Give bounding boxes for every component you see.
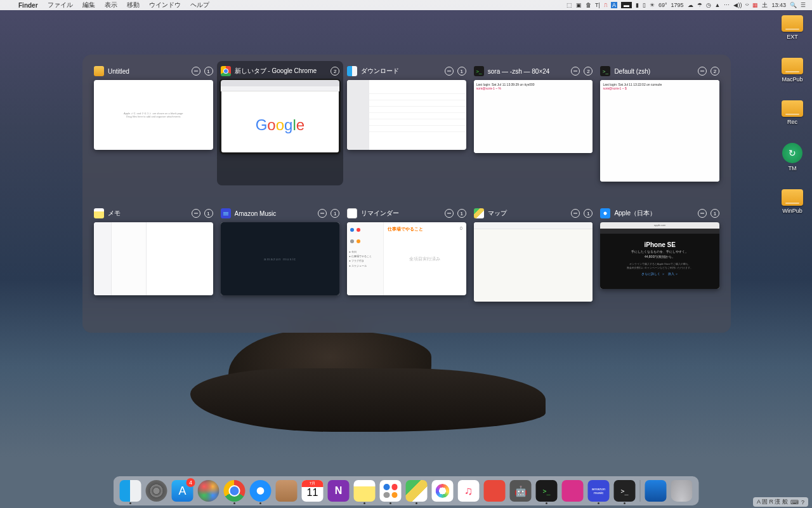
window-thumb[interactable]	[474, 222, 593, 302]
trash-icon[interactable]: 🗑	[586, 2, 591, 8]
heartbeat-icon[interactable]: ⎍	[604, 2, 607, 8]
close-icon[interactable]	[192, 209, 200, 218]
dock-launchpad[interactable]	[198, 480, 219, 502]
time-label[interactable]: 13:43	[771, 2, 786, 8]
dropbox-icon[interactable]: ⬚	[566, 2, 572, 8]
iterm-icon: >_	[600, 66, 610, 76]
battery1-icon[interactable]: ▮	[636, 2, 639, 8]
spotlight-icon[interactable]: 🔍	[790, 2, 797, 8]
menu-file[interactable]: ファイル	[44, 1, 77, 10]
sound-icon[interactable]: ◀))	[733, 2, 742, 8]
close-icon[interactable]	[571, 67, 580, 76]
dock-amazon-music[interactable]: amazonmusic	[588, 480, 610, 502]
mc-item-reminders[interactable]: リマインダー 1 ● 今日● 仕事場でやること● フラグ付き● スケジュール 仕…	[347, 207, 466, 302]
dock-photos[interactable]	[432, 480, 454, 502]
text-icon[interactable]: T|	[595, 2, 600, 8]
wifi-icon[interactable]: ⌔	[745, 2, 749, 8]
day-label[interactable]: 土	[762, 1, 768, 10]
timemachine-icon: ↻	[782, 143, 802, 163]
drive-winpub[interactable]: WinPub	[782, 189, 803, 214]
dock-notes[interactable]	[354, 480, 376, 502]
dock-iterm[interactable]: >_	[536, 480, 558, 502]
calendar-icon[interactable]: ▦	[752, 2, 758, 8]
user-icon[interactable]: ▲	[715, 2, 721, 8]
drive-ext[interactable]: EXT	[782, 15, 803, 40]
dock-calendar[interactable]: 7月11	[302, 480, 324, 502]
mc-item-iterm[interactable]: >_ Default (zsh) 2 Last login: Sat Jul 1…	[600, 65, 719, 182]
umbrella-icon[interactable]: ☂	[697, 2, 702, 8]
dock-onenote[interactable]: N	[328, 480, 350, 502]
cloud-icon[interactable]: ☁	[688, 2, 693, 8]
close-icon[interactable]	[445, 67, 454, 76]
dock-chrome[interactable]	[224, 480, 246, 502]
window-count-badge: 2	[710, 67, 719, 76]
close-icon[interactable]	[698, 67, 707, 76]
close-icon[interactable]	[698, 209, 707, 218]
close-icon[interactable]	[445, 209, 454, 218]
window-thumb[interactable]: Google	[221, 80, 340, 153]
mc-item-amazon[interactable]: Amazon Music 1 amazon music	[221, 207, 340, 302]
terminal-icon: >_	[474, 66, 484, 76]
disk-icon[interactable]: ▬	[621, 2, 632, 8]
dock-flamingo[interactable]	[562, 480, 584, 502]
dock-todoist[interactable]	[484, 480, 506, 502]
mc-item-terminal[interactable]: >_ sora — -zsh — 80×24 2 Last login: Sat…	[474, 65, 593, 182]
mc-item-safari[interactable]: Apple（日本） 1 apple.com iPhone SE 手にしたくなるも…	[600, 207, 719, 302]
dock: A4 7月11 N ♫ 🤖 >_ amazonmusic >_	[114, 476, 699, 505]
amazon-music-icon	[221, 208, 231, 218]
app-icon	[94, 66, 104, 76]
drive-rec[interactable]: Rec	[782, 100, 803, 125]
window-thumb[interactable]: Last login: Sat Jul 11 13:22:02 on conso…	[600, 80, 719, 182]
menu-edit[interactable]: 編集	[79, 1, 99, 10]
input-mode-indicator[interactable]: A 固 R 漢 般 ⌨ ?	[753, 497, 808, 507]
dock-anydesk[interactable]	[645, 480, 667, 502]
menubar: Finder ファイル 編集 表示 移動 ウインドウ ヘルプ ⬚ ▣ 🗑 T| …	[0, 0, 812, 10]
weather-temp[interactable]: 69°	[658, 2, 667, 8]
drive-tm[interactable]: ↻TM	[782, 143, 802, 171]
mc-item-untitled[interactable]: Untitled 1 Apple メモ and テキスト are shown o…	[94, 65, 213, 182]
dock-maps[interactable]	[406, 480, 428, 502]
window-thumb[interactable]: apple.com iPhone SE 手にしたくなるものを、手にしやすく。 4…	[600, 222, 719, 289]
menu-go[interactable]: 移動	[123, 1, 143, 10]
window-thumb[interactable]: amazon music	[221, 222, 340, 295]
close-icon[interactable]	[571, 209, 580, 218]
mc-item-chrome[interactable]: 新しいタブ - Google Chrome 2 Google	[217, 61, 344, 185]
input-a-icon[interactable]: A	[611, 2, 617, 8]
mc-item-downloads[interactable]: ダウンロード 1	[347, 65, 466, 182]
window-thumb[interactable]: ● 今日● 仕事場でやること● フラグ付き● スケジュール 仕事場でやること 0…	[347, 222, 466, 295]
dock-music[interactable]: ♫	[458, 480, 480, 502]
count-label[interactable]: 1795	[671, 2, 684, 8]
menu-help[interactable]: ヘルプ	[187, 1, 213, 10]
dock-safari[interactable]	[250, 480, 272, 502]
help-icon: ?	[801, 499, 804, 505]
window-thumb[interactable]: Apple メモ and テキスト are shown on a blank p…	[94, 80, 213, 150]
drive-macpub[interactable]: MacPub	[782, 58, 803, 83]
mc-item-maps[interactable]: マップ 1	[474, 207, 593, 302]
window-count-badge: 2	[584, 67, 593, 76]
dock-reminders[interactable]	[380, 480, 402, 502]
dock-automator[interactable]: 🤖	[510, 480, 532, 502]
dock-terminal[interactable]: >_	[614, 480, 636, 502]
controlcenter-icon[interactable]: ☰	[801, 2, 806, 8]
window-thumb[interactable]	[347, 80, 466, 150]
close-icon[interactable]	[318, 209, 327, 218]
mc-item-memo[interactable]: メモ 1	[94, 207, 213, 302]
keyboard-icon: ⌨	[790, 499, 799, 505]
dock-finder[interactable]	[120, 480, 141, 502]
window-count-badge: 1	[457, 209, 466, 218]
menu-window[interactable]: ウインドウ	[145, 1, 185, 10]
window-thumb[interactable]: Last login: Sat Jul 11 13:39:29 on ttys0…	[474, 80, 593, 153]
weather-icon[interactable]: ☀	[650, 2, 655, 8]
window-thumb[interactable]	[94, 222, 213, 295]
menu-view[interactable]: 表示	[101, 1, 121, 10]
dock-appstore[interactable]: A4	[172, 480, 193, 502]
close-icon[interactable]	[192, 67, 200, 76]
menubar-app[interactable]: Finder	[15, 2, 42, 9]
screenshot-icon[interactable]: ▣	[576, 2, 582, 8]
dock-trash[interactable]	[671, 480, 693, 502]
clock-icon[interactable]: ◷	[706, 2, 711, 8]
battery2-icon[interactable]: ▯	[643, 2, 646, 8]
dock-contacts[interactable]	[276, 480, 298, 502]
dock-settings[interactable]	[146, 480, 167, 502]
more-icon[interactable]: ⋯	[724, 2, 730, 8]
